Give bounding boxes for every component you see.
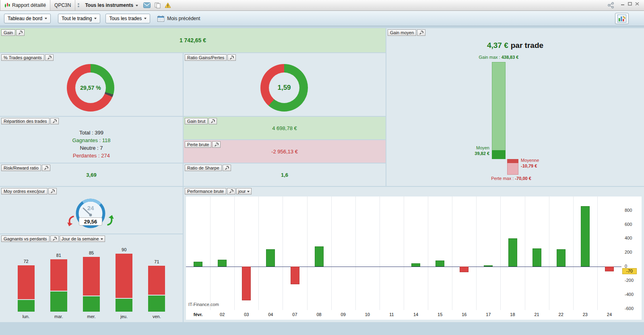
perf-xtick: févr. [186,312,210,317]
perte-brute-settings-button[interactable] [212,141,221,148]
panel-label-gagnants-vs-perdants: Gagnants vs perdants [1,236,50,242]
perf-gridline [404,196,404,310]
panel-pct-trades-gagnants: % Trades gagnants 29,57 % [0,53,183,116]
perf-xtick: 04 [258,312,283,317]
risk-reward-settings-button[interactable] [42,165,50,171]
copy-icon[interactable] [155,2,161,8]
chevron-down-icon [247,191,250,194]
wrench-icon [419,31,423,35]
gain-brut-settings-button[interactable] [208,118,217,124]
chart-settings-icon [617,14,626,23]
wrench-icon [52,237,57,241]
gain-moyen-avg-label: Moyen 39,82 € [455,145,489,156]
perf-xtick: 15 [428,312,452,317]
perf-ytick: -200 [625,278,634,283]
gvp-day-label: mer. [79,314,103,319]
link-toggle-icon[interactable] [78,3,79,7]
perf-gridline [549,196,549,310]
gvp-total-label: 72 [14,259,38,264]
trades-filter-dropdown[interactable]: Tous les trades [105,14,150,23]
message-icon[interactable] [143,2,151,8]
gvp-bar-perdants [148,266,165,295]
period-granularity-dropdown[interactable]: jour [236,188,252,194]
minimize-button[interactable] [621,2,625,6]
ratio-gains-settings-button[interactable] [227,54,236,61]
tab-label: QPC3N [54,2,71,8]
gvp-bar-gagnants [83,296,100,312]
perf-ytick: 200 [625,250,632,254]
gagnants-vs-perdants-chart: 72lun.81mar.85mer.90jeu.71ven. [0,243,183,322]
gain-settings-button[interactable] [16,29,25,36]
gain-moyen-headline-suffix: par trade [511,41,543,50]
wrench-icon [18,31,23,35]
perf-xtick: 11 [380,312,404,317]
close-button[interactable] [635,2,639,6]
share-icon[interactable] [607,2,615,8]
gvp-bar-perdants [116,254,132,298]
chart-settings-button[interactable] [615,13,629,24]
panel-label-repartition: Répartition des trades [1,118,50,124]
perte-max-label: Perte max :-70,00 € [467,176,555,181]
wrench-icon [211,119,215,124]
panel-repartition-trades: Répartition des trades Total : 399 Gagna… [0,117,183,163]
perf-gridline [428,196,428,310]
panel-label-gain-moyen: Gain moyen [388,29,416,36]
dashboard-dropdown[interactable]: Tableau de bord [4,14,51,23]
perf-gridline [258,196,259,310]
gauge-dial-number: 24 [87,205,94,211]
trading-scope-dropdown[interactable]: Tout le trading [58,14,100,23]
maximize-button[interactable] [628,2,632,6]
wrench-icon [47,56,52,60]
last-value-tag: -70 [622,268,637,274]
repartition-row-total: Total : 399 [0,129,183,136]
wrench-icon [52,119,57,124]
perf-xtick: 10 [355,312,380,317]
gain-value: 1 742,65 € [0,28,386,52]
chevron-down-icon [136,5,138,8]
tab-qpc3n[interactable]: QPC3N [50,0,75,10]
perf-ytick: 0 [625,264,627,269]
panel-perte-brute: Perte brute -2 956,13 € [184,140,386,163]
wrench-icon [225,166,229,170]
panel-moy-ordres: Moy ordres exec/jour 24 29,56 [0,187,183,234]
gvp-total-label: 85 [79,250,103,255]
repartition-settings-button[interactable] [50,118,59,124]
perf-gridline [452,196,452,310]
panel-label-gain-brut: Gain brut [185,118,208,124]
moy-ordres-value: 29,56 [79,217,102,225]
panel-gain: Gain 1 742,65 € [0,28,386,52]
gvp-total-label: 71 [144,259,169,264]
gain-moyen-settings-button[interactable] [417,29,425,36]
perf-bar [266,249,275,267]
gvp-bar-gagnants [148,296,165,312]
gain-moyen-headline: 4,37 €par trade [386,41,644,50]
perf-bar [194,262,202,267]
perte-moyenne-bar [507,159,518,163]
calendar-icon[interactable] [157,15,164,22]
perf-bar [436,261,444,267]
perf-xtick: 23 [573,312,597,317]
instruments-dropdown[interactable]: Tous les instruments [82,2,141,9]
panel-risk-reward: Risk/Reward ratio 3,69 [0,163,183,186]
perf-xtick: 14 [404,312,428,317]
pct-trades-donut-value: 29,57 % [80,85,101,91]
repartition-row-perdantes: Perdantes : 274 [0,152,183,159]
window-controls [621,2,639,6]
period-label: Mois précédent [167,16,200,21]
moy-ordres-settings-button[interactable] [48,188,57,194]
sharpe-settings-button[interactable] [223,165,231,171]
perf-bar [557,249,566,267]
warning-icon[interactable] [165,2,171,8]
wrench-icon [44,166,48,170]
gain-max-label: Gain max :438,83 € [458,55,539,60]
gagnants-vs-perdants-settings-button[interactable] [50,236,59,242]
perf-bar [605,267,614,271]
performance-settings-button[interactable] [227,188,235,194]
pct-trades-settings-button[interactable] [45,54,54,61]
gvp-day-label: jeu. [112,314,136,319]
tab-rapport-detaille[interactable]: Rapport détaillé [0,0,50,10]
perf-gridline [355,196,356,310]
perf-bar [315,246,324,267]
weekday-dropdown[interactable]: Jour de la semaine [60,236,105,242]
gvp-day-label: mar. [47,314,71,319]
